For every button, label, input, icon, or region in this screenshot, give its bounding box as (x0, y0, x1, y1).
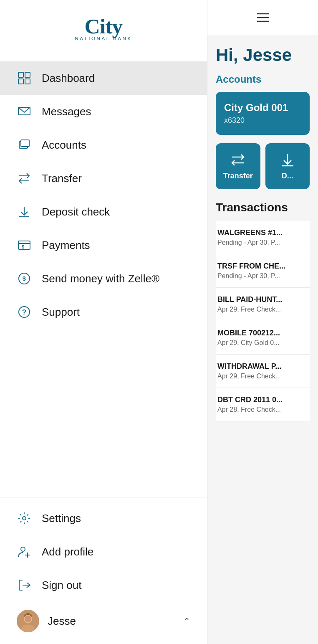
svg-point-16 (23, 517, 26, 520)
sidebar-item-deposit-check[interactable]: Deposit check (0, 195, 207, 228)
sidebar-item-messages[interactable]: Messages (0, 95, 207, 128)
user-name: Jesse (48, 615, 175, 628)
sidebar-item-transfer-label: Transfer (42, 172, 82, 185)
user-profile-item[interactable]: Jesse ⌃ (0, 602, 207, 640)
sidebar-item-settings[interactable]: Settings (0, 502, 207, 535)
svg-rect-3 (25, 72, 30, 77)
deposit-button[interactable]: D... (265, 143, 310, 189)
main-content: Hi, Jesse Accounts City Gold 001 x6320 T… (207, 0, 318, 644)
svg-rect-4 (18, 79, 23, 84)
transactions-list: WALGREENS #1... Pending - Apr 30, P... T… (216, 221, 310, 421)
sidebar-item-settings-label: Settings (42, 512, 81, 525)
greeting: Hi, Jesse (216, 45, 310, 65)
accounts-icon (17, 137, 32, 152)
transaction-item[interactable]: WALGREENS #1... Pending - Apr 30, P... (216, 221, 310, 254)
svg-rect-5 (25, 79, 30, 84)
nav-items: Dashboard Messages Accounts (0, 57, 207, 497)
transfer-btn-icon (230, 152, 245, 167)
dashboard-icon (17, 71, 32, 86)
transaction-name: DBT CRD 2011 0... (217, 396, 308, 404)
add-profile-icon (17, 544, 32, 559)
svg-point-24 (25, 616, 31, 622)
svg-text:City: City (85, 14, 123, 38)
svg-text:?: ? (22, 308, 26, 316)
sidebar-item-add-profile-label: Add profile (42, 545, 93, 558)
sidebar-item-messages-label: Messages (42, 105, 91, 118)
sidebar-item-support-label: Support (42, 306, 80, 319)
deposit-btn-icon (280, 152, 295, 167)
sidebar-item-accounts-label: Accounts (42, 139, 86, 152)
account-card-number: x6320 (224, 116, 301, 125)
sidebar-bottom: Settings Add profile (0, 497, 207, 644)
sidebar-item-zelle-label: Send money with Zelle® (42, 272, 159, 285)
transaction-name: MOBILE 700212... (217, 329, 308, 337)
accounts-section-title: Accounts (216, 74, 310, 85)
settings-icon (17, 511, 32, 526)
svg-text:NATIONAL  BANK: NATIONAL BANK (75, 36, 132, 41)
avatar (17, 610, 39, 632)
support-icon: ? (17, 304, 32, 319)
sidebar-item-sign-out-label: Sign out (42, 579, 81, 592)
account-card[interactable]: City Gold 001 x6320 (216, 92, 310, 135)
sidebar-item-support[interactable]: ? Support (0, 295, 207, 329)
sidebar-item-transfer[interactable]: Transfer (0, 162, 207, 195)
sidebar-item-dashboard[interactable]: Dashboard (0, 61, 207, 95)
action-buttons: Transfer D... (216, 143, 310, 189)
svg-rect-7 (21, 140, 29, 147)
transaction-name: TRSF FROM CHE... (217, 262, 308, 271)
svg-rect-2 (18, 72, 23, 77)
zelle-icon: $ (17, 271, 32, 286)
transaction-item[interactable]: DBT CRD 2011 0... Apr 28, Free Check... (216, 388, 310, 421)
messages-icon (17, 104, 32, 119)
transaction-item[interactable]: BILL PAID-HUNT... Apr 29, Free Check... (216, 288, 310, 321)
svg-text:$: $ (22, 244, 24, 249)
transaction-name: BILL PAID-HUNT... (217, 295, 308, 304)
account-card-name: City Gold 001 (224, 102, 301, 114)
sidebar-logo: City NATIONAL BANK (0, 0, 207, 57)
transaction-detail: Apr 28, Free Check... (217, 406, 308, 413)
transfer-icon (17, 171, 32, 186)
chevron-up-icon: ⌃ (183, 616, 190, 626)
svg-point-17 (21, 547, 25, 551)
transaction-detail: Apr 29, Free Check... (217, 373, 308, 380)
transfer-btn-label: Transfer (223, 172, 253, 180)
deposit-icon (17, 204, 32, 219)
main-header (207, 0, 318, 35)
sidebar-item-sign-out[interactable]: Sign out (0, 568, 207, 602)
transaction-detail: Pending - Apr 30, P... (217, 239, 308, 246)
transaction-detail: Pending - Apr 30, P... (217, 272, 308, 280)
sidebar-item-zelle[interactable]: $ Send money with Zelle® (0, 262, 207, 295)
transactions-title: Transactions (216, 201, 310, 214)
transaction-name: WALGREENS #1... (217, 228, 308, 237)
hamburger-menu[interactable] (255, 10, 270, 25)
sidebar-item-payments[interactable]: $ Payments (0, 228, 207, 262)
transaction-detail: Apr 29, Free Check... (217, 306, 308, 313)
sidebar-item-dashboard-label: Dashboard (42, 72, 95, 85)
transfer-button[interactable]: Transfer (216, 143, 260, 189)
transaction-item[interactable]: MOBILE 700212... Apr 29, City Gold 0... (216, 321, 310, 355)
transaction-item[interactable]: WITHDRAWAL P... Apr 29, Free Check... (216, 355, 310, 388)
sign-out-icon (17, 578, 32, 593)
main-body: Hi, Jesse Accounts City Gold 001 x6320 T… (207, 35, 318, 431)
deposit-btn-label: D... (282, 172, 293, 180)
transaction-detail: Apr 29, City Gold 0... (217, 339, 308, 347)
transaction-item[interactable]: TRSF FROM CHE... Pending - Apr 30, P... (216, 254, 310, 288)
sidebar-item-deposit-label: Deposit check (42, 205, 110, 218)
sidebar-item-accounts[interactable]: Accounts (0, 128, 207, 162)
sidebar: City NATIONAL BANK Dashboard (0, 0, 207, 644)
payments-icon: $ (17, 238, 32, 253)
transaction-name: WITHDRAWAL P... (217, 362, 308, 371)
sidebar-item-add-profile[interactable]: Add profile (0, 535, 207, 568)
svg-text:$: $ (23, 275, 26, 282)
sidebar-item-payments-label: Payments (42, 239, 90, 252)
